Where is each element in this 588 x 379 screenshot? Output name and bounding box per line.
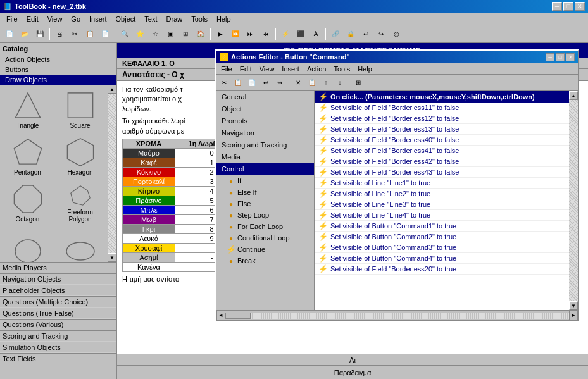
scroll-down[interactable]: ▼	[108, 253, 116, 262]
toolbar-btn11[interactable]: ▶	[213, 27, 227, 41]
category-scoring[interactable]: Scoring and Tracking	[216, 139, 314, 151]
catalog-questions-tf[interactable]: Questions (True-False)	[0, 308, 116, 319]
menu-object[interactable]: Object	[112, 15, 140, 23]
hscroll-right[interactable]: ►	[569, 311, 578, 321]
menu-help[interactable]: Help	[213, 15, 235, 23]
dialog-move-down[interactable]: ↓	[334, 77, 346, 89]
script-item-12[interactable]: ⚡ Set visible of Button "Command1" to tr…	[315, 221, 569, 232]
script-item-16[interactable]: ⚡ Set visible of Field "Borderless20" to…	[315, 264, 569, 275]
shape-ellipse[interactable]	[55, 228, 105, 262]
toolbar-btn14[interactable]: ⏮	[259, 27, 273, 41]
toolbar-save[interactable]: 💾	[33, 27, 47, 41]
dialog-menu-tools[interactable]: Tools	[330, 65, 353, 73]
toolbar-btn18[interactable]: 🔗	[328, 27, 342, 41]
dialog-menu-file[interactable]: File	[218, 65, 235, 73]
toolbar-btn5[interactable]: 🔍	[118, 27, 132, 41]
dialog-copy[interactable]: 📋	[232, 77, 244, 89]
toolbar-btn19[interactable]: 🔒	[344, 27, 358, 41]
toolbar-btn12[interactable]: ⏩	[228, 27, 242, 41]
rscroll-down[interactable]: ▼	[569, 301, 578, 310]
toolbar-btn16[interactable]: ⬛	[294, 27, 308, 41]
script-item-11[interactable]: ⚡ Set visible of Line "Line4" to true	[315, 210, 569, 221]
script-item-10[interactable]: ⚡ Set visible of Line "Line3" to true	[315, 199, 569, 210]
toolbar-btn9[interactable]: ⊞	[178, 27, 192, 41]
dialog-move-up[interactable]: ↑	[320, 77, 332, 89]
catalog-media-players[interactable]: Media Players	[0, 262, 116, 273]
catalog-placeholder-objects[interactable]: Placeholder Objects	[0, 285, 116, 296]
catalog-navigation-objects[interactable]: Navigation Objects	[0, 273, 116, 285]
menu-go[interactable]: Go	[67, 15, 84, 23]
catalog-text-fields[interactable]: Text Fields	[0, 353, 116, 364]
script-item-1[interactable]: ⚡ Set visible of Field "Borderless11" to…	[315, 103, 569, 113]
toolbar-open[interactable]: 📂	[18, 27, 32, 41]
minimize-button[interactable]: ─	[552, 2, 562, 11]
script-item-5[interactable]: ⚡ Set visible of Field "Borderless41" to…	[315, 146, 569, 156]
action-break[interactable]: ● Break	[216, 255, 314, 266]
dialog-delete[interactable]: ✕	[292, 77, 304, 89]
toolbar-btn15[interactable]: ⚡	[278, 27, 292, 41]
script-item-7[interactable]: ⚡ Set visible of Field "Borderless43" to…	[315, 167, 569, 178]
script-item-14[interactable]: ⚡ Set visible of Button "Command3" to tr…	[315, 242, 569, 253]
category-object[interactable]: Object	[216, 103, 314, 115]
action-conditional-loop[interactable]: ● Conditional Loop	[216, 232, 314, 244]
action-else[interactable]: ● Else	[216, 198, 314, 209]
dialog-paste[interactable]: 📄	[246, 77, 258, 89]
category-prompts[interactable]: Prompts	[216, 115, 314, 127]
script-item-6[interactable]: ⚡ Set visible of Field "Borderless42" to…	[315, 156, 569, 167]
shape-octagon[interactable]: Octagon	[3, 181, 53, 225]
toolbar-btn1[interactable]: 🖨	[53, 27, 66, 41]
catalog-item-action-objects[interactable]: Action Objects	[0, 54, 116, 65]
toolbar-btn4[interactable]: 📄	[98, 27, 112, 41]
catalog-scoring[interactable]: Scoring and Tracking	[0, 330, 116, 342]
toolbar-new[interactable]: 📄	[3, 27, 16, 41]
toolbar-btn7[interactable]: ☆	[148, 27, 162, 41]
catalog-simulation[interactable]: Simulation Objects	[0, 342, 116, 353]
actions-editor-dialog[interactable]: ⚡ Actions Editor - Button "Command" ─ □ …	[215, 49, 579, 321]
dialog-redo[interactable]: ↪	[273, 77, 286, 89]
dialog-menu-edit[interactable]: Edit	[237, 65, 255, 73]
maximize-button[interactable]: □	[563, 2, 573, 11]
toolbar-btn2[interactable]: ✂	[68, 27, 82, 41]
action-else-if[interactable]: ● Else If	[216, 187, 314, 198]
menu-insert[interactable]: Insert	[85, 15, 111, 23]
script-item-3[interactable]: ⚡ Set visible of Field "Borderless13" to…	[315, 124, 569, 135]
toolbar-btn6[interactable]: ⭐	[133, 27, 147, 41]
hscroll-left[interactable]: ◄	[216, 311, 225, 321]
dialog-menu-view[interactable]: View	[256, 65, 278, 73]
script-item-15[interactable]: ⚡ Set visible of Button "Command4" to tr…	[315, 253, 569, 264]
rscroll-up[interactable]: ▲	[569, 91, 578, 100]
catalog-questions-mc[interactable]: Questions (Multiple Choice)	[0, 296, 116, 308]
action-for-each-loop[interactable]: ● For Each Loop	[216, 221, 314, 232]
toolbar-btn13[interactable]: ⏭	[244, 27, 258, 41]
shape-circle[interactable]	[3, 228, 53, 262]
category-control[interactable]: Control	[216, 163, 314, 175]
dialog-clipboard[interactable]: 📋	[306, 77, 318, 89]
script-item-13[interactable]: ⚡ Set visible of Button "Command2" to tr…	[315, 232, 569, 242]
catalog-item-draw-objects[interactable]: Draw Objects	[0, 75, 116, 85]
toolbar-btn20[interactable]: ↩	[359, 27, 373, 41]
dialog-maximize[interactable]: □	[556, 53, 565, 61]
dialog-menu-help[interactable]: Help	[354, 65, 375, 73]
catalog-questions-various[interactable]: Questions (Various)	[0, 319, 116, 330]
action-continue[interactable]: ⚡ Continue	[216, 244, 314, 255]
toolbar-btn8[interactable]: ▣	[163, 27, 177, 41]
hscroll-thumb[interactable]	[225, 313, 251, 319]
shape-triangle[interactable]: Triangle	[3, 87, 53, 132]
close-button[interactable]: ✕	[575, 2, 585, 11]
dialog-cut[interactable]: ✂	[218, 77, 230, 89]
menu-text[interactable]: Text	[141, 15, 161, 23]
shape-hexagon[interactable]: Hexagon	[55, 134, 105, 178]
shape-square[interactable]: Square	[55, 87, 105, 132]
shape-freeform[interactable]: Freeform Polygon	[55, 181, 105, 225]
action-if[interactable]: ● If	[216, 175, 314, 187]
catalog-item-buttons[interactable]: Buttons	[0, 65, 116, 75]
category-media[interactable]: Media	[216, 151, 314, 163]
dialog-grid[interactable]: ⊞	[352, 77, 365, 89]
menu-file[interactable]: File	[3, 15, 22, 23]
menu-edit[interactable]: Edit	[23, 15, 42, 23]
script-item-9[interactable]: ⚡ Set visible of Line "Line2" to true	[315, 189, 569, 199]
dialog-menu-insert[interactable]: Insert	[278, 65, 303, 73]
menu-view[interactable]: View	[44, 15, 66, 23]
toolbar-btn10[interactable]: 🏠	[194, 27, 208, 41]
script-item-8[interactable]: ⚡ Set visible of Line "Line1" to true	[315, 178, 569, 189]
